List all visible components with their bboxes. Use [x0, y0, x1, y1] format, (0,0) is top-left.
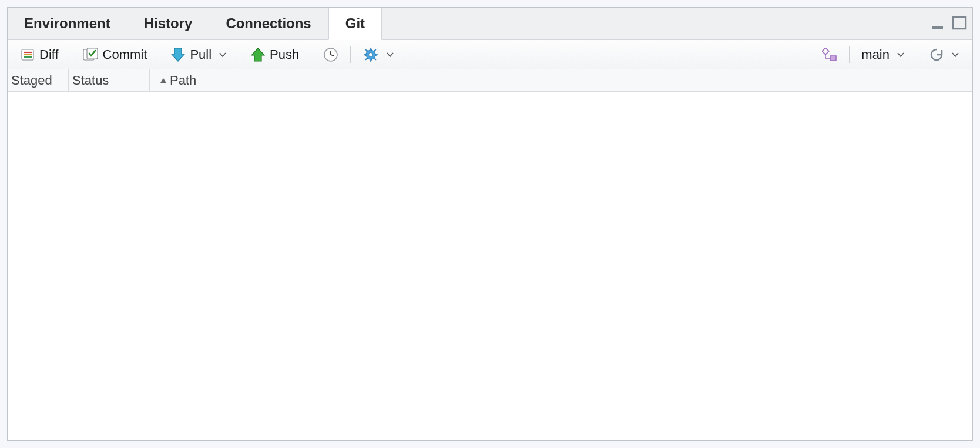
svg-rect-0 [932, 26, 943, 29]
minimize-icon[interactable] [930, 17, 948, 30]
window-controls [930, 8, 969, 39]
history-button[interactable] [317, 45, 344, 65]
commit-label: Commit [103, 47, 147, 62]
branch-label: main [861, 47, 890, 62]
clock-icon [323, 47, 338, 62]
column-headers: Staged Status Path [8, 69, 972, 92]
commit-button[interactable]: Commit [77, 45, 153, 65]
new-branch-button[interactable] [816, 45, 843, 64]
maximize-icon[interactable] [951, 15, 969, 32]
svg-rect-14 [823, 48, 829, 54]
push-label: Push [270, 47, 299, 62]
diff-button[interactable]: Diff [15, 45, 65, 65]
push-icon [251, 47, 265, 62]
column-status-label: Status [72, 73, 109, 88]
svg-point-13 [369, 52, 373, 56]
pull-dropdown-caret-icon[interactable] [219, 52, 227, 58]
separator [71, 46, 71, 63]
column-staged[interactable]: Staged [8, 69, 69, 91]
git-panel: Environment History Connections Git [7, 7, 973, 441]
column-status[interactable]: Status [69, 69, 150, 91]
tab-git-label: Git [345, 15, 365, 32]
svg-rect-15 [830, 56, 836, 61]
separator [159, 46, 159, 63]
separator [239, 46, 239, 63]
branch-selector[interactable]: main [855, 45, 911, 65]
column-path-label: Path [170, 73, 196, 88]
separator [311, 46, 311, 63]
column-staged-label: Staged [11, 73, 52, 88]
diff-icon [21, 48, 35, 61]
commit-icon [83, 48, 98, 62]
more-dropdown-caret-icon[interactable] [386, 52, 394, 58]
diff-label: Diff [39, 47, 59, 62]
pull-label: Pull [190, 47, 212, 62]
separator [849, 46, 850, 63]
tab-history-label: History [144, 15, 193, 32]
gear-icon [363, 46, 379, 63]
tab-connections-label: Connections [226, 15, 311, 32]
refresh-button[interactable] [923, 45, 965, 65]
refresh-dropdown-caret-icon[interactable] [951, 52, 959, 58]
tab-connections[interactable]: Connections [209, 8, 328, 39]
file-list [8, 92, 972, 440]
separator [917, 46, 917, 63]
pull-button[interactable]: Pull [165, 45, 233, 65]
tab-environment[interactable]: Environment [8, 8, 127, 39]
refresh-icon [929, 47, 944, 62]
tab-git[interactable]: Git [328, 8, 382, 40]
separator [350, 46, 351, 63]
tab-strip: Environment History Connections Git [8, 8, 972, 40]
tab-history[interactable]: History [127, 8, 210, 39]
more-button[interactable] [357, 44, 400, 65]
pull-icon [171, 47, 185, 62]
branch-icon [822, 48, 837, 62]
push-button[interactable]: Push [245, 45, 305, 65]
tab-environment-label: Environment [24, 15, 110, 32]
branch-dropdown-caret-icon[interactable] [897, 52, 905, 58]
sort-asc-icon [159, 77, 167, 84]
svg-rect-1 [953, 17, 966, 29]
column-path[interactable]: Path [150, 69, 972, 91]
git-toolbar: Diff Commit Pull [8, 40, 972, 69]
